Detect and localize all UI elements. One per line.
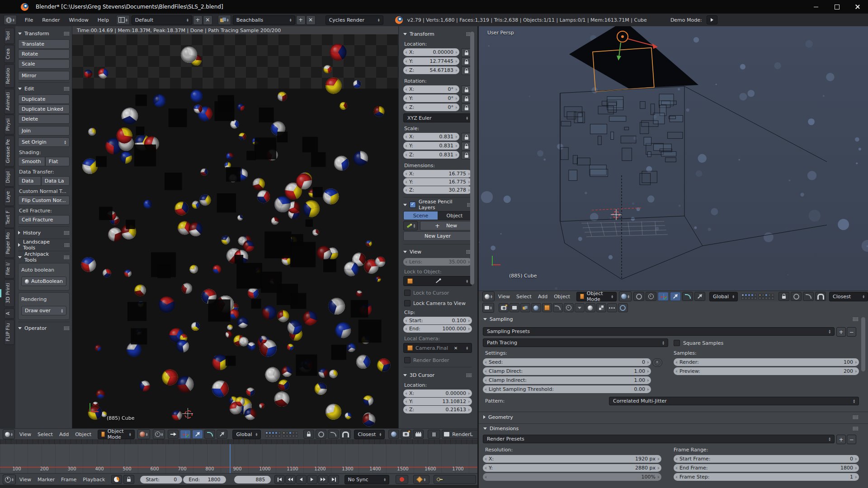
number-field[interactable]: Z:0.831 [403,151,459,159]
number-field[interactable]: Start Frame:0 [674,455,859,463]
menu-item[interactable]: Object [554,294,570,300]
menu-item[interactable]: Object [75,432,91,437]
editor-type-selector[interactable]: i ▲ ▼ [4,15,17,25]
pattern-dropdown[interactable]: Correlated Multi-Jitter [609,397,859,405]
clip-end-field[interactable]: End:1000.000 [403,325,472,333]
screen-layout-icon-chip[interactable]: ▲ ▼ [116,15,130,25]
snap-element-selector[interactable]: Closest [829,292,868,301]
data-layout-button[interactable]: Data La [41,176,70,186]
render-border-checkbox[interactable] [404,357,410,363]
gpencil-draw-tool[interactable]: ▲ ▼ [403,221,418,230]
tab-world[interactable] [531,303,541,312]
rotation-mode-dropdown[interactable]: XYZ Euler [403,113,472,122]
screen-layout-selector[interactable]: Default [132,15,192,25]
panel-header-edit[interactable]: Edit [18,84,70,93]
toolshelf-tab[interactable]: Text F [4,207,14,228]
jump-to-end-button[interactable] [329,475,339,484]
mode-selector[interactable]: Object Mode [98,430,135,439]
lens-field[interactable]: Lens:35.000 [403,258,472,266]
draw-over-dropdown[interactable]: Draw over [21,306,66,315]
editor-type-selector[interactable]: ▲ ▼ [3,429,15,439]
start-frame-field[interactable]: Start:0 [140,476,182,483]
tool-button[interactable]: Rotate [18,49,70,59]
editor-type-selector[interactable]: ▲ ▼ [482,303,494,313]
number-field[interactable]: X:16.775 [403,170,472,178]
number-field[interactable]: X:0.00000 [403,389,472,397]
scene-lock-toggle[interactable] [303,430,314,439]
lock-object-field[interactable] [403,276,472,286]
new-layer-button[interactable]: New Layer [403,231,472,241]
mode-selector[interactable]: Object Mode [576,292,617,301]
toolshelf-tab[interactable]: Paper Mo [4,229,14,258]
tab-object[interactable] [542,303,552,312]
remove-layout-button[interactable]: ✕ [203,15,212,25]
number-field[interactable]: Clamp Direct:1.00 [483,367,651,375]
orientation-selector[interactable]: Global [709,292,738,301]
menu-item[interactable]: View [19,477,31,483]
prev-keyframe-button[interactable] [285,475,296,484]
sync-mode-selector[interactable]: No Sync [344,475,389,484]
smooth-button[interactable]: Smooth [18,157,45,166]
add-preset-button[interactable]: + [836,435,846,444]
number-field[interactable]: Y:13.10812 [403,398,472,405]
number-field[interactable]: Z:0° [403,103,459,111]
menu-item[interactable]: File [20,17,38,23]
opengl-render-anim-button[interactable] [413,430,424,439]
current-frame-line[interactable] [230,444,231,473]
menu-item[interactable]: Frame [61,477,76,483]
menu-item[interactable]: Select [516,294,532,300]
npanel-scrollbar[interactable] [470,32,474,285]
panel-header-sampling[interactable]: Sampling [483,315,859,323]
number-field[interactable]: Y:0° [403,94,459,102]
gpencil-new-button[interactable]: +New [420,221,472,230]
clear-icon[interactable]: ✕ [454,346,458,351]
tool-button[interactable]: Duplicate [18,94,70,104]
manipulator-active-toggle[interactable] [670,292,681,301]
add-layout-button[interactable]: + [193,15,203,25]
number-field[interactable]: Frame Step:1 [674,473,859,481]
tab-constraints[interactable] [553,303,563,312]
number-field[interactable]: X:0° [403,85,459,93]
viewport-shading-selector[interactable]: ▲ ▼ [137,429,150,439]
panel-header-archipack[interactable]: Archipack Tools [18,253,70,261]
toolshelf-tab[interactable]: Grease Pe [4,136,14,167]
manipulator-scale-toggle[interactable] [217,430,227,439]
tool-button[interactable]: Duplicate Linked [18,104,70,114]
close-button[interactable] [847,0,868,14]
editor-type-selector[interactable]: ▲ ▼ [3,474,16,484]
panel-header-transform[interactable]: Transform [403,30,472,38]
tab-render[interactable] [499,303,509,312]
layers-grid-2[interactable] [759,294,774,300]
tool-button[interactable]: Scale [18,59,70,69]
number-field[interactable]: X:1920 px [483,455,661,463]
play-reverse-button[interactable] [296,475,307,484]
scene-selector[interactable]: Beachballs [233,15,295,25]
number-field[interactable]: Light Sampling Threshold:0.00 [483,385,651,393]
remove-preset-button[interactable]: − [847,435,856,444]
layers-grid-2[interactable] [283,432,298,437]
viewport-shading-selector[interactable]: ▲ ▼ [619,291,632,301]
panel-header-history[interactable]: History [18,229,70,237]
number-field[interactable]: Y:2880 px [483,464,661,472]
pivot-align-toggle[interactable] [168,430,179,439]
manipulator-scale-toggle[interactable] [694,292,705,301]
lock-time-toggle[interactable] [123,475,134,484]
show-seconds-toggle[interactable] [111,475,122,484]
flat-button[interactable]: Flat [45,157,70,166]
end-frame-field[interactable]: End:1800 [183,476,226,483]
toolshelf-tab[interactable]: 3D Printi [4,279,14,307]
tab-physics[interactable] [618,303,628,312]
integrator-dropdown[interactable]: Path Tracing [483,338,668,347]
snap-element-selector[interactable]: Closest [354,430,385,439]
auto-keyframe-toggle[interactable] [396,475,408,484]
panel-header-geometry[interactable]: Geometry [483,413,859,421]
number-field[interactable]: Seed:0 [483,358,651,366]
manipulator-active-toggle[interactable] [192,430,203,439]
scene-toggle[interactable]: Scene [404,211,438,220]
tab-particles[interactable] [607,303,617,312]
current-frame-field[interactable]: 885 [234,476,271,483]
menu-item[interactable]: View [19,432,31,437]
menu-item[interactable]: Add [538,294,547,300]
data-button[interactable]: Data [18,176,41,186]
number-field[interactable]: X:0.831 [403,133,459,141]
